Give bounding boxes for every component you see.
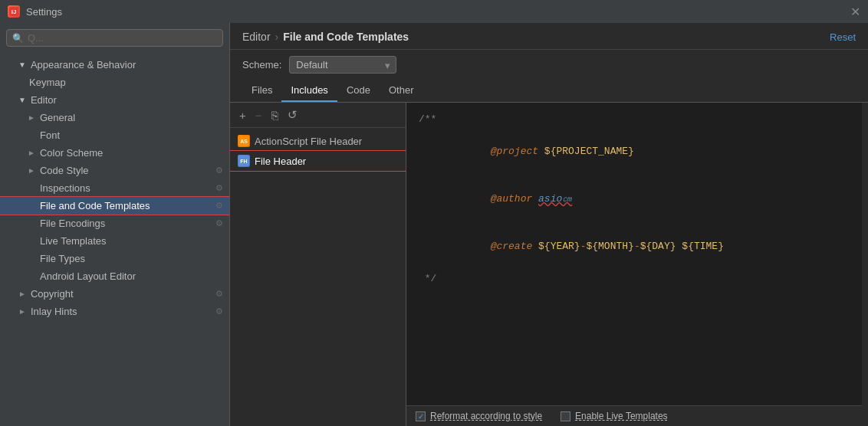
sidebar-label-file-encodings: File Encodings xyxy=(40,218,212,229)
code-line-5: */ xyxy=(419,271,856,287)
search-box[interactable]: 🔍 xyxy=(6,29,223,47)
editor-footer: Reformat according to style Enable Live … xyxy=(406,405,868,426)
live-templates-label: Enable Live Templates xyxy=(575,411,668,421)
sidebar: 🔍 ▼ Appearance & Behavior Keymap ▼ Edito… xyxy=(0,23,230,426)
reset-button[interactable]: Reset xyxy=(830,31,856,43)
arrow-inlay-hints: ► xyxy=(18,307,26,316)
search-icon: 🔍 xyxy=(12,33,24,44)
sidebar-label-live-templates: Live Templates xyxy=(40,235,223,247)
tab-code[interactable]: Code xyxy=(337,80,380,102)
tab-other[interactable]: Other xyxy=(380,80,423,102)
file-header-icon: FH xyxy=(238,155,250,167)
sidebar-item-font[interactable]: Font xyxy=(0,126,229,144)
sidebar-label-inlay-hints: Inlay Hints xyxy=(31,306,212,317)
close-button[interactable]: ✕ xyxy=(850,5,860,19)
sidebar-item-keymap[interactable]: Keymap xyxy=(0,74,229,91)
actionscript-template-label: ActionScript File Header xyxy=(255,136,362,147)
sidebar-item-color-scheme[interactable]: ► Color Scheme xyxy=(0,144,229,162)
code-style-settings-icon: ⚙ xyxy=(215,165,223,175)
tab-files[interactable]: Files xyxy=(242,80,281,102)
file-code-settings-icon: ⚙ xyxy=(215,201,223,211)
sidebar-item-file-encodings[interactable]: File Encodings ⚙ xyxy=(0,215,229,232)
reformat-checkbox[interactable] xyxy=(416,411,426,421)
content-header: Editor › File and Code Templates Reset xyxy=(230,23,868,50)
sidebar-label-general: General xyxy=(40,112,223,123)
window-title: Settings xyxy=(26,6,62,18)
template-items: AS ActionScript File Header FH xyxy=(230,128,406,426)
add-template-button[interactable]: + xyxy=(236,107,249,123)
annotation-create: @create xyxy=(491,241,538,252)
arrow-color-scheme: ► xyxy=(28,149,35,157)
svg-text:AS: AS xyxy=(240,139,248,144)
svg-text:FH: FH xyxy=(240,159,247,164)
code-editor[interactable]: /** @project ${PROJECT_NAME} @author asi… xyxy=(406,103,868,405)
sidebar-label-inspections: Inspections xyxy=(40,182,212,194)
sidebar-item-inlay-hints[interactable]: ► Inlay Hints ⚙ xyxy=(0,303,229,320)
var-year: ${YEAR} xyxy=(538,241,580,252)
editor-panel: /** @project ${PROJECT_NAME} @author asi… xyxy=(406,103,868,426)
sidebar-item-live-templates[interactable]: Live Templates xyxy=(0,232,229,250)
sidebar-label-color-scheme: Color Scheme xyxy=(40,147,223,159)
sidebar-item-code-style[interactable]: ► Code Style ⚙ xyxy=(0,162,229,179)
var-time: ${TIME} xyxy=(682,241,724,252)
scheme-select-wrapper[interactable]: Default Project xyxy=(289,56,396,74)
sidebar-label-file-code-templates: File and Code Templates xyxy=(40,200,212,211)
var-day: ${DAY} xyxy=(640,241,676,252)
code-line-2: @project ${PROJECT_NAME} xyxy=(419,128,856,175)
scheme-label: Scheme: xyxy=(242,59,281,70)
template-list-panel: + − ⎘ ↺ AS ActionScript File xyxy=(230,103,406,426)
sidebar-label-android-layout: Android Layout Editor xyxy=(40,270,223,282)
sidebar-label-font: Font xyxy=(40,129,223,141)
code-line-1: /** xyxy=(419,112,856,128)
sidebar-item-general[interactable]: ► General xyxy=(0,109,229,126)
copy-template-button[interactable]: ⎘ xyxy=(268,107,281,123)
sidebar-item-file-types[interactable]: File Types xyxy=(0,250,229,267)
breadcrumb-current: File and Code Templates xyxy=(283,31,409,43)
split-panel: + − ⎘ ↺ AS ActionScript File xyxy=(230,103,868,426)
breadcrumb-parent: Editor xyxy=(242,31,271,43)
reformat-checkbox-label[interactable]: Reformat according to style xyxy=(416,411,542,421)
var-project-name: ${PROJECT_NAME} xyxy=(544,146,634,157)
sidebar-label-editor: Editor xyxy=(31,94,223,106)
sidebar-item-inspections[interactable]: Inspections ⚙ xyxy=(0,179,229,197)
sidebar-item-copyright[interactable]: ► Copyright ⚙ xyxy=(0,285,229,303)
sidebar-label-copyright: Copyright xyxy=(31,288,212,300)
sidebar-item-appearance[interactable]: ▼ Appearance & Behavior xyxy=(0,56,229,74)
nav-tree: ▼ Appearance & Behavior Keymap ▼ Editor … xyxy=(0,53,229,323)
remove-template-button[interactable]: − xyxy=(252,107,265,123)
actionscript-icon: AS xyxy=(238,135,250,147)
sidebar-label-file-types: File Types xyxy=(40,253,223,264)
reformat-label: Reformat according to style xyxy=(430,411,542,421)
annotation-project: @project xyxy=(491,146,544,157)
toolbar: + − ⎘ ↺ xyxy=(230,103,406,128)
var-month: ${MONTH} xyxy=(586,241,633,252)
file-enc-settings-icon: ⚙ xyxy=(215,218,223,228)
template-item-file-header[interactable]: FH File Header xyxy=(230,151,406,171)
sidebar-item-editor[interactable]: ▼ Editor xyxy=(0,91,229,109)
annotation-author: @author xyxy=(491,193,538,205)
sidebar-label-appearance: Appearance & Behavior xyxy=(31,59,223,70)
title-bar-left: IJ Settings xyxy=(8,5,62,18)
breadcrumb-separator: › xyxy=(275,31,279,43)
arrow-appearance: ▼ xyxy=(18,61,26,69)
template-item-actionscript[interactable]: AS ActionScript File Header xyxy=(230,131,406,151)
arrow-code-style: ► xyxy=(28,166,35,175)
copyright-settings-icon: ⚙ xyxy=(215,289,223,299)
main-layout: 🔍 ▼ Appearance & Behavior Keymap ▼ Edito… xyxy=(0,23,868,426)
content-area: Editor › File and Code Templates Reset S… xyxy=(230,23,868,426)
revert-template-button[interactable]: ↺ xyxy=(284,106,301,123)
scheme-select[interactable]: Default Project xyxy=(289,56,396,74)
title-bar: IJ Settings ✕ xyxy=(0,0,868,23)
arrow-copyright: ► xyxy=(18,290,26,298)
scheme-row: Scheme: Default Project xyxy=(230,50,868,80)
inspections-settings-icon: ⚙ xyxy=(215,183,223,193)
search-input[interactable] xyxy=(28,32,217,44)
sidebar-item-android-layout[interactable]: Android Layout Editor xyxy=(0,267,229,285)
live-templates-checkbox-label[interactable]: Enable Live Templates xyxy=(561,411,668,421)
dash-2: - xyxy=(634,241,640,252)
sidebar-item-file-code-templates[interactable]: File and Code Templates ⚙ xyxy=(0,197,229,215)
live-templates-checkbox[interactable] xyxy=(561,411,570,421)
arrow-general: ► xyxy=(28,113,35,122)
svg-text:IJ: IJ xyxy=(12,8,17,15)
tab-includes[interactable]: Includes xyxy=(281,80,337,102)
